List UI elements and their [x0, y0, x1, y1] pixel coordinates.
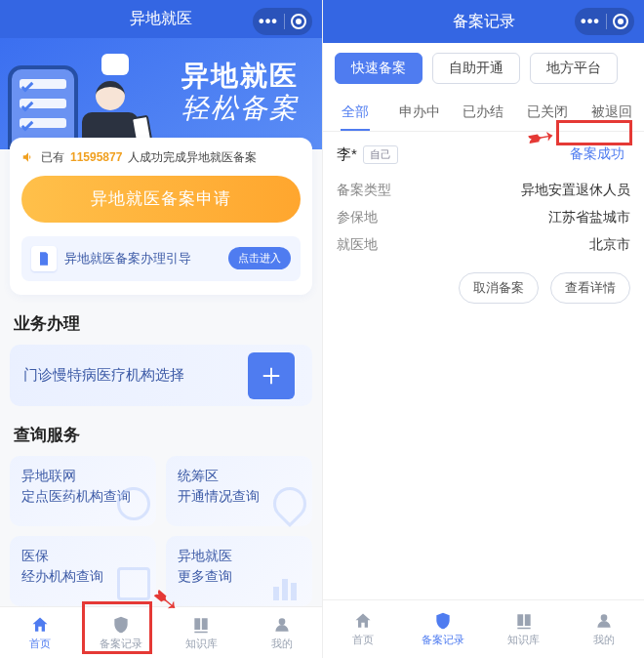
- status-tab-closed[interactable]: 已关闭: [515, 96, 580, 131]
- record-name: 李* 自己: [337, 145, 398, 164]
- status-tab-done[interactable]: 已办结: [452, 96, 516, 131]
- kv-type-v: 异地安置退休人员: [521, 182, 630, 199]
- query-card-0-t1: 异地联网: [21, 468, 144, 484]
- tab-records[interactable]: 备案记录: [403, 600, 483, 658]
- title-right: 备案记录: [453, 12, 515, 32]
- hero-banner: 异地就医 轻松备案: [0, 38, 322, 149]
- kv-insure-v: 江苏省盐城市: [548, 209, 630, 226]
- cancel-record-button[interactable]: 取消备案: [459, 272, 539, 304]
- guide-text: 异地就医备案办理引导: [64, 250, 221, 267]
- query-card-1-t1: 统筹区: [178, 468, 301, 484]
- title-left: 异地就医: [130, 9, 192, 29]
- tab-records-label: 备案记录: [100, 637, 142, 651]
- tab-home-label: 首页: [352, 633, 374, 647]
- book-icon: [190, 615, 212, 635]
- record-name-text: 李*: [337, 145, 357, 164]
- query-card-3-t1: 异地就医: [178, 548, 301, 564]
- document-icon: [31, 246, 57, 271]
- business-card-label: 门诊慢特病医疗机构选择: [23, 366, 184, 385]
- tab-knowledge[interactable]: 知识库: [161, 607, 242, 658]
- user-icon: [271, 615, 293, 635]
- tab-mine-label: 我的: [593, 633, 615, 647]
- section-title-business: 业务办理: [14, 312, 308, 335]
- home-icon: [29, 615, 51, 635]
- tab-records[interactable]: 备案记录: [81, 607, 162, 658]
- menu-icon[interactable]: •••: [581, 13, 600, 30]
- filter-self[interactable]: 自助开通: [432, 53, 520, 84]
- close-icon[interactable]: [291, 14, 306, 29]
- tab-mine[interactable]: 我的: [242, 607, 323, 658]
- tab-mine-label: 我的: [271, 637, 293, 651]
- titlebar-right: 备案记录 •••: [323, 0, 644, 43]
- tabbar-right: 首页 备案记录 知识库 我的: [323, 599, 644, 658]
- tab-home[interactable]: 首页: [0, 607, 81, 658]
- close-icon[interactable]: [613, 14, 628, 29]
- kv-treat-k: 就医地: [337, 236, 378, 254]
- status-tab-all[interactable]: 全部: [323, 96, 387, 131]
- tab-records-label: 备案记录: [422, 633, 464, 647]
- kv-type-k: 备案类型: [337, 182, 391, 199]
- shield-icon: [110, 615, 132, 635]
- user-icon: [593, 611, 615, 631]
- miniprogram-capsule[interactable]: •••: [253, 8, 312, 35]
- filter-fast[interactable]: 快速备案: [335, 53, 423, 84]
- capsule-separator: [606, 14, 607, 29]
- query-grid: 异地联网 定点医药机构查询 统筹区 开通情况查询 医保 经办机构查询 异地就医 …: [10, 456, 312, 606]
- speaker-icon: [21, 150, 35, 164]
- query-card-network[interactable]: 异地联网 定点医药机构查询: [10, 456, 156, 526]
- tab-home-label: 首页: [29, 637, 51, 651]
- query-card-region[interactable]: 统筹区 开通情况查询: [166, 456, 312, 526]
- tab-knowledge-label: 知识库: [507, 633, 540, 647]
- main-card: 已有 11595877 人成功完成异地就医备案 异地就医备案申请 异地就医备案办…: [10, 138, 312, 295]
- shield-icon: [432, 611, 454, 631]
- card-icon: [117, 567, 150, 600]
- hero-illustration: [8, 48, 144, 149]
- apply-button-label: 异地就医备案申请: [91, 187, 231, 210]
- filter-row: 快速备案 自助开通 地方平台: [323, 43, 644, 84]
- kv-insure-k: 参保地: [337, 209, 378, 226]
- announce-count: 11595877: [70, 150, 122, 164]
- apply-button[interactable]: 异地就医备案申请: [21, 176, 301, 223]
- left-screen: 异地就医 ••• 异地就医 轻松备案 已有: [0, 0, 322, 658]
- announcement-bar: 已有 11595877 人成功完成异地就医备案: [21, 149, 301, 166]
- tabbar-left: 首页 备案记录 知识库 我的: [0, 606, 322, 658]
- status-tab-processing[interactable]: 申办中: [387, 96, 452, 131]
- kv-treat-v: 北京市: [589, 236, 630, 254]
- kv-insure: 参保地 江苏省盐城市: [337, 204, 630, 231]
- tab-knowledge[interactable]: 知识库: [484, 600, 564, 658]
- guide-bar[interactable]: 异地就医备案办理引导 点击进入: [21, 236, 301, 281]
- hero-title: 异地就医 轻松备案: [181, 60, 299, 125]
- home-icon: [352, 611, 374, 631]
- record-card[interactable]: 李* 自己 备案成功 备案类型 异地安置退休人员 参保地 江苏省盐城市 就医地 …: [323, 132, 644, 315]
- tab-knowledge-label: 知识库: [185, 637, 218, 651]
- tab-home[interactable]: 首页: [323, 600, 403, 658]
- announce-suffix: 人成功完成异地就医备案: [128, 149, 257, 166]
- filter-local[interactable]: 地方平台: [530, 53, 618, 84]
- kv-type: 备案类型 异地安置退休人员: [337, 177, 630, 204]
- capsule-separator: [284, 14, 285, 29]
- status-tabs: 全部 申办中 已办结 已关闭 被退回: [323, 84, 644, 132]
- book-icon: [513, 611, 535, 631]
- section-title-query: 查询服务: [14, 424, 308, 446]
- enter-button[interactable]: 点击进入: [228, 247, 291, 269]
- miniprogram-capsule[interactable]: •••: [575, 8, 634, 35]
- business-card[interactable]: 门诊慢特病医疗机构选择: [10, 345, 312, 406]
- announce-prefix: 已有: [41, 149, 64, 166]
- menu-icon[interactable]: •••: [259, 13, 278, 30]
- right-screen: 备案记录 ••• 快速备案 自助开通 地方平台 全部 申办中 已办结 已关闭 被…: [322, 0, 644, 658]
- query-card-more[interactable]: 异地就医 更多查询: [166, 536, 312, 606]
- query-card-2-t1: 医保: [21, 548, 144, 564]
- phone-illustration: [8, 65, 78, 149]
- speech-bubble-icon: [101, 54, 129, 75]
- bars-icon: [273, 567, 306, 600]
- query-card-insurance[interactable]: 医保 经办机构查询: [10, 536, 156, 606]
- view-detail-button[interactable]: 查看详情: [550, 272, 630, 304]
- hero-line2: 轻松备案: [181, 92, 299, 125]
- titlebar-left: 异地就医 •••: [0, 0, 322, 38]
- hero-line1: 异地就医: [181, 61, 299, 91]
- record-head: 李* 自己 备案成功: [337, 144, 630, 165]
- status-tab-returned[interactable]: 被退回: [580, 96, 644, 131]
- hospital-icon: [248, 352, 295, 399]
- self-tag: 自己: [363, 145, 398, 164]
- tab-mine[interactable]: 我的: [564, 600, 644, 658]
